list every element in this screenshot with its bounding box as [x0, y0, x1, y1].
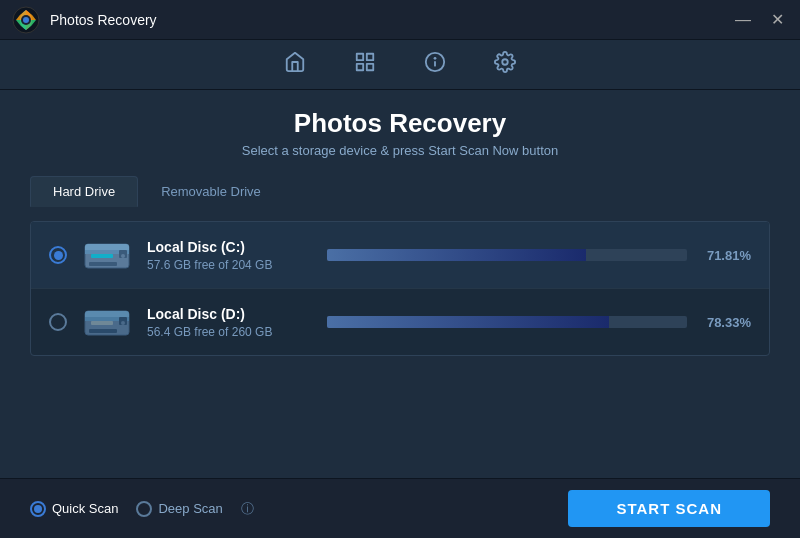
tab-removable-drive[interactable]: Removable Drive [138, 176, 284, 207]
progress-pct-c: 71.81% [701, 248, 751, 263]
svg-rect-15 [91, 254, 113, 258]
svg-point-24 [121, 321, 125, 325]
progress-area-d: 78.33% [327, 315, 751, 330]
info-icon[interactable] [418, 45, 452, 84]
svg-rect-3 [357, 54, 363, 60]
radio-c[interactable] [49, 246, 67, 264]
svg-rect-4 [367, 54, 373, 60]
svg-point-2 [23, 17, 29, 23]
radio-d[interactable] [49, 313, 67, 331]
svg-point-10 [502, 59, 508, 65]
drive-info-d: Local Disc (D:) 56.4 GB free of 260 GB [147, 306, 327, 339]
nav-bar [0, 40, 800, 90]
progress-bar-fill-d [327, 316, 609, 328]
scan-info-icon[interactable]: ⓘ [241, 500, 254, 518]
quick-scan-label: Quick Scan [52, 501, 118, 516]
svg-point-17 [121, 254, 125, 258]
minimize-button[interactable]: — [731, 10, 755, 30]
page-subtitle: Select a storage device & press Start Sc… [30, 143, 770, 158]
title-bar: Photos Recovery — ✕ [0, 0, 800, 40]
app-logo [12, 6, 40, 34]
progress-bar-bg-d [327, 316, 687, 328]
deep-scan-radio[interactable] [136, 501, 152, 517]
drive-d-space: 56.4 GB free of 260 GB [147, 325, 327, 339]
svg-rect-16 [89, 262, 117, 266]
drive-c-space: 57.6 GB free of 204 GB [147, 258, 327, 272]
page-title: Photos Recovery [30, 108, 770, 139]
settings-icon[interactable] [488, 45, 522, 84]
svg-rect-5 [367, 64, 373, 70]
drive-list: Local Disc (C:) 57.6 GB free of 204 GB 7… [30, 221, 770, 356]
progress-pct-d: 78.33% [701, 315, 751, 330]
drive-c-name: Local Disc (C:) [147, 239, 327, 255]
title-bar-text: Photos Recovery [50, 12, 731, 28]
main-content: Photos Recovery Select a storage device … [0, 90, 800, 478]
scan-icon[interactable] [348, 45, 382, 84]
start-scan-button[interactable]: START SCAN [568, 490, 770, 527]
title-bar-controls: — ✕ [731, 10, 788, 30]
drive-icon-c [81, 236, 133, 274]
quick-scan-option[interactable]: Quick Scan [30, 501, 118, 517]
svg-rect-23 [89, 329, 117, 333]
bottom-bar: Quick Scan Deep Scan ⓘ START SCAN [0, 478, 800, 538]
tab-bar: Hard Drive Removable Drive [30, 176, 770, 207]
tab-hard-drive[interactable]: Hard Drive [30, 176, 138, 207]
deep-scan-label: Deep Scan [158, 501, 222, 516]
drive-row-d[interactable]: Local Disc (D:) 56.4 GB free of 260 GB 7… [31, 289, 769, 355]
drive-info-c: Local Disc (C:) 57.6 GB free of 204 GB [147, 239, 327, 272]
progress-bar-fill-c [327, 249, 586, 261]
progress-area-c: 71.81% [327, 248, 751, 263]
drive-row-c[interactable]: Local Disc (C:) 57.6 GB free of 204 GB 7… [31, 222, 769, 289]
progress-bar-bg-c [327, 249, 687, 261]
home-icon[interactable] [278, 45, 312, 84]
svg-rect-6 [357, 64, 363, 70]
close-button[interactable]: ✕ [767, 10, 788, 30]
deep-scan-option[interactable]: Deep Scan [136, 501, 222, 517]
quick-scan-radio[interactable] [30, 501, 46, 517]
drive-d-name: Local Disc (D:) [147, 306, 327, 322]
scan-options: Quick Scan Deep Scan ⓘ [30, 500, 254, 518]
svg-rect-22 [91, 321, 113, 325]
drive-icon-d [81, 303, 133, 341]
